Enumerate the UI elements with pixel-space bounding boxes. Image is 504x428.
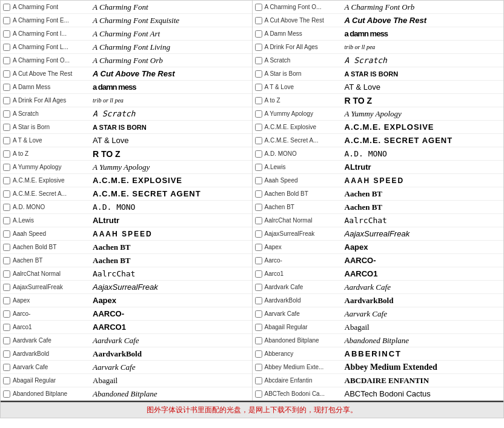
font-checkbox[interactable] — [3, 217, 10, 224]
font-checkbox[interactable] — [3, 297, 10, 304]
font-checkbox[interactable] — [3, 57, 10, 64]
font-checkbox[interactable] — [3, 124, 10, 131]
font-checkbox[interactable] — [255, 257, 262, 264]
font-checkbox[interactable] — [3, 70, 10, 78]
checkbox-cell — [2, 4, 12, 11]
font-checkbox[interactable] — [255, 30, 262, 38]
font-checkbox[interactable] — [3, 17, 10, 24]
font-checkbox[interactable] — [3, 257, 10, 264]
font-row: A Damn Messa damn mess — [253, 27, 504, 41]
font-checkbox[interactable] — [255, 297, 262, 304]
font-checkbox[interactable] — [3, 164, 10, 171]
font-name-label: Aachen BT — [264, 204, 342, 210]
font-checkbox[interactable] — [3, 244, 10, 251]
font-checkbox[interactable] — [255, 337, 262, 344]
font-checkbox[interactable] — [255, 244, 262, 251]
font-checkbox[interactable] — [3, 177, 10, 184]
font-row: Aarco1AARCO1 — [1, 321, 252, 334]
font-checkbox[interactable] — [255, 164, 262, 171]
font-preview-text: a damn mess — [90, 82, 251, 92]
font-checkbox[interactable] — [3, 270, 10, 278]
font-checkbox[interactable] — [3, 350, 10, 358]
font-name-label: AardvarkBold — [12, 350, 90, 357]
font-checkbox[interactable] — [255, 44, 262, 51]
font-name-label: Abberancy — [264, 350, 342, 357]
font-checkbox[interactable] — [255, 377, 262, 384]
font-preview-text: ALtrutr — [342, 162, 503, 172]
font-checkbox[interactable] — [255, 97, 262, 104]
font-checkbox[interactable] — [255, 217, 262, 224]
font-checkbox[interactable] — [255, 350, 262, 358]
font-checkbox[interactable] — [255, 124, 262, 131]
font-checkbox[interactable] — [3, 30, 10, 38]
checkbox-cell — [254, 324, 264, 331]
font-checkbox[interactable] — [3, 97, 10, 104]
font-checkbox[interactable] — [255, 190, 262, 198]
font-checkbox[interactable] — [3, 310, 10, 318]
font-checkbox[interactable] — [255, 390, 262, 398]
font-preview-text: Aachen BT — [342, 202, 503, 212]
font-checkbox[interactable] — [3, 230, 10, 238]
font-checkbox[interactable] — [255, 230, 262, 238]
font-checkbox[interactable] — [3, 110, 10, 118]
font-name-label: A.Lewis — [12, 217, 90, 224]
font-row: ABCTech Bodoni Ca...ABCTech Bodoni Cactu… — [253, 387, 504, 401]
font-row: A Yummy ApologyA Yummy Apology — [1, 161, 252, 174]
font-checkbox[interactable] — [3, 284, 10, 291]
font-preview-text: trib or ll pea — [342, 44, 503, 50]
font-checkbox[interactable] — [255, 150, 262, 158]
font-checkbox[interactable] — [3, 324, 10, 331]
font-preview-text: A.C.M.E. EXPLOSIVE — [342, 122, 503, 132]
font-checkbox[interactable] — [3, 4, 10, 11]
font-checkbox[interactable] — [3, 137, 10, 144]
font-checkbox[interactable] — [3, 190, 10, 198]
checkbox-cell — [254, 257, 264, 264]
font-preview-text: A Cut Above The Rest — [342, 16, 503, 25]
font-checkbox[interactable] — [255, 57, 262, 64]
font-name-label: A Charming Font O... — [264, 4, 342, 10]
font-checkbox[interactable] — [255, 310, 262, 318]
font-checkbox[interactable] — [3, 364, 10, 371]
font-checkbox[interactable] — [255, 364, 262, 371]
font-name-label: Abcdaire Enfantin — [264, 377, 342, 384]
font-preview-text: ABCDAIRE ENFANTIN — [342, 376, 503, 386]
font-checkbox[interactable] — [3, 337, 10, 344]
font-checkbox[interactable] — [255, 204, 262, 211]
font-row: Abandoned BitplaneAbandoned Bitplane — [1, 387, 252, 401]
font-checkbox[interactable] — [255, 70, 262, 78]
font-checkbox[interactable] — [255, 284, 262, 291]
checkbox-cell — [2, 284, 12, 291]
font-row: AardvarkBoldAardvarkBold — [1, 347, 252, 361]
font-checkbox[interactable] — [255, 270, 262, 278]
font-row: A Charming Font E...A Charming Font Exqu… — [1, 14, 252, 27]
font-checkbox[interactable] — [255, 137, 262, 144]
font-checkbox[interactable] — [3, 44, 10, 51]
font-checkbox[interactable] — [255, 4, 262, 11]
font-name-label: A.C.M.E. Secret A... — [12, 190, 90, 197]
font-row: AapexAapex — [1, 294, 252, 307]
font-checkbox[interactable] — [3, 390, 10, 398]
checkbox-cell — [2, 324, 12, 331]
font-preview-text: A Charming Font Orb — [342, 2, 503, 12]
font-name-label: Aardvark Cafe — [12, 337, 90, 344]
font-checkbox[interactable] — [255, 324, 262, 331]
font-checkbox[interactable] — [255, 177, 262, 184]
font-name-label: A Star is Born — [264, 70, 342, 77]
font-row: AalrcChat NormalAalrcChat — [1, 267, 252, 281]
font-checkbox[interactable] — [3, 150, 10, 158]
font-checkbox[interactable] — [3, 204, 10, 211]
font-row: A Yummy ApologyA Yummy Apology — [253, 107, 504, 121]
font-checkbox[interactable] — [255, 17, 262, 24]
font-checkbox[interactable] — [255, 84, 262, 91]
font-name-label: A.D. MONO — [264, 150, 342, 157]
font-preview-text: Aapex — [90, 296, 251, 305]
font-preview-text: AalrcChat — [342, 216, 503, 225]
font-checkbox[interactable] — [3, 377, 10, 384]
font-row: Aachen Bold BTAachen BT — [1, 241, 252, 254]
checkbox-cell — [2, 377, 12, 384]
font-preview-text: A Charming Font — [90, 2, 251, 12]
font-row: AardvarkBoldAardvarkBold — [253, 294, 504, 307]
font-preview-text: AARCO- — [90, 309, 251, 318]
font-checkbox[interactable] — [3, 84, 10, 91]
font-checkbox[interactable] — [255, 110, 262, 118]
